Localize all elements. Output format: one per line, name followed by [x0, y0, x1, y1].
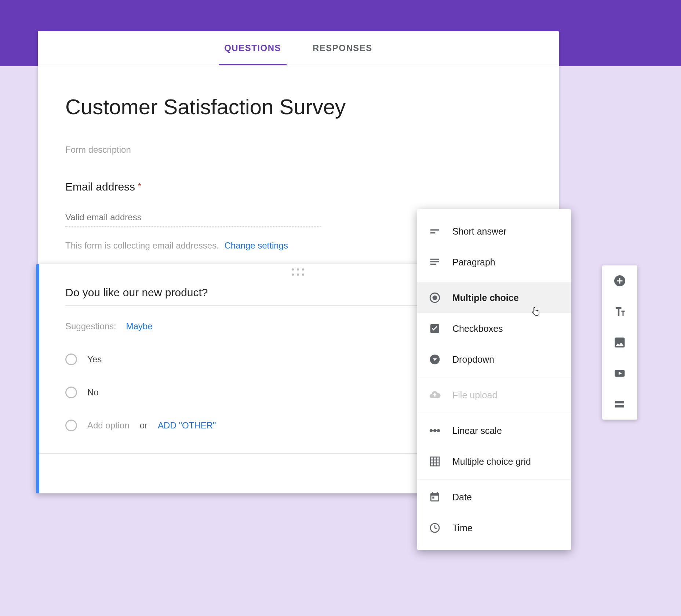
text-icon	[613, 305, 626, 318]
radio-icon	[65, 420, 77, 431]
type-paragraph[interactable]: Paragraph	[417, 247, 571, 278]
add-image-toolbar-button[interactable]	[612, 335, 627, 350]
linear-scale-icon	[428, 424, 441, 437]
plus-circle-icon	[613, 274, 626, 287]
type-label: Dropdown	[452, 354, 494, 365]
calendar-icon	[428, 490, 441, 504]
email-label-text: Email address	[65, 181, 135, 193]
radio-icon	[65, 354, 77, 365]
menu-separator	[417, 479, 571, 479]
change-settings-link[interactable]: Change settings	[225, 240, 288, 250]
section-icon	[613, 398, 626, 411]
type-date[interactable]: Date	[417, 482, 571, 512]
menu-separator	[417, 280, 571, 280]
type-multiple-choice[interactable]: Multiple choice	[417, 282, 571, 313]
radio-icon	[65, 387, 77, 398]
video-icon	[613, 367, 626, 380]
type-mcq-grid[interactable]: Multiple choice grid	[417, 446, 571, 477]
type-label: Multiple choice grid	[452, 456, 531, 467]
svg-rect-13	[431, 430, 438, 431]
type-label: Short answer	[452, 226, 506, 237]
type-label: File upload	[452, 390, 497, 401]
type-time[interactable]: Time	[417, 512, 571, 543]
svg-rect-19	[615, 401, 624, 403]
suggestions-label: Suggestions:	[65, 321, 116, 331]
type-label: Date	[452, 492, 472, 503]
add-question-button[interactable]	[612, 273, 627, 288]
email-note-text: This form is collecting email addresses.	[65, 240, 219, 250]
add-section-button[interactable]	[612, 397, 627, 412]
email-input[interactable]	[65, 207, 322, 227]
svg-rect-2	[430, 229, 439, 231]
grid-icon	[428, 455, 441, 468]
add-video-button[interactable]	[612, 366, 627, 381]
svg-rect-20	[615, 405, 624, 407]
svg-rect-5	[430, 261, 439, 262]
type-label: Paragraph	[452, 257, 495, 268]
type-label: Checkboxes	[452, 323, 503, 334]
type-short-answer[interactable]: Short answer	[417, 216, 571, 247]
radio-selected-icon	[428, 291, 441, 304]
form-description[interactable]: Form description	[65, 145, 531, 155]
form-title[interactable]: Customer Satisfaction Survey	[65, 94, 531, 119]
short-answer-icon	[428, 225, 441, 238]
type-file-upload: File upload	[417, 380, 571, 410]
question-type-dropdown: Short answer Paragraph Multiple choice C…	[417, 209, 571, 550]
svg-rect-14	[430, 457, 439, 466]
drag-handle-icon	[292, 268, 305, 276]
svg-point-7	[433, 296, 437, 300]
svg-rect-15	[432, 497, 434, 499]
type-dropdown[interactable]: Dropdown	[417, 344, 571, 375]
tab-questions[interactable]: QUESTIONS	[223, 31, 282, 65]
email-label: Email address *	[65, 181, 531, 193]
suggestion-maybe[interactable]: Maybe	[126, 321, 152, 331]
floating-toolbar	[602, 265, 637, 420]
type-label: Linear scale	[452, 425, 502, 436]
cloud-upload-icon	[428, 388, 441, 402]
add-other-button[interactable]: ADD "OTHER"	[158, 420, 216, 431]
type-checkboxes[interactable]: Checkboxes	[417, 313, 571, 344]
required-star-icon: *	[138, 181, 141, 191]
image-icon	[613, 336, 626, 349]
checkbox-icon	[428, 322, 441, 335]
menu-separator	[417, 413, 571, 413]
type-linear-scale[interactable]: Linear scale	[417, 415, 571, 446]
svg-rect-3	[430, 232, 435, 233]
type-label: Time	[452, 523, 473, 533]
add-title-button[interactable]	[612, 304, 627, 319]
paragraph-icon	[428, 256, 441, 269]
dropdown-icon	[428, 353, 441, 366]
tabs-bar: QUESTIONS RESPONSES	[38, 31, 559, 65]
menu-separator	[417, 377, 571, 377]
option-label[interactable]: Yes	[87, 354, 102, 365]
tab-responses[interactable]: RESPONSES	[312, 31, 374, 65]
clock-icon	[428, 521, 441, 535]
or-text: or	[140, 420, 148, 431]
svg-rect-4	[430, 259, 439, 260]
type-label: Multiple choice	[452, 293, 519, 303]
question-accent-bar	[36, 264, 39, 493]
option-label[interactable]: No	[87, 387, 99, 398]
svg-rect-6	[430, 264, 436, 265]
add-option-input[interactable]: Add option	[87, 420, 130, 431]
